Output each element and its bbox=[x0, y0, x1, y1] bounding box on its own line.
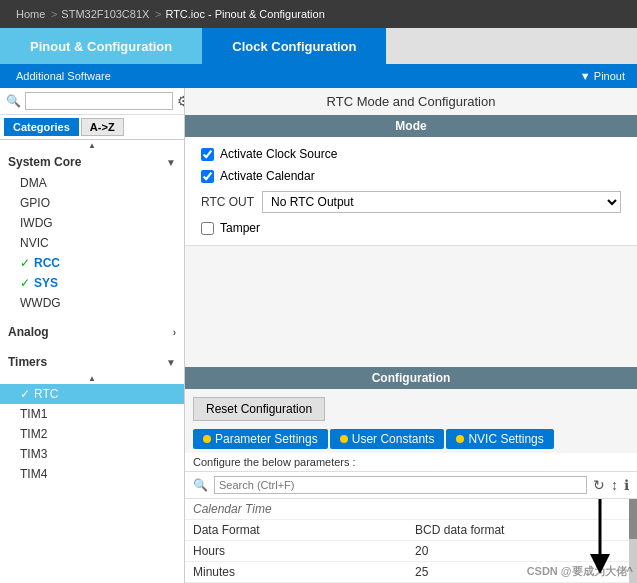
sidebar-item-tim2[interactable]: TIM2 bbox=[0, 424, 184, 444]
content-title: RTC Mode and Configuration bbox=[185, 88, 637, 115]
activate-calendar-label: Activate Calendar bbox=[220, 169, 315, 183]
breadcrumb-home[interactable]: Home bbox=[8, 8, 53, 20]
wwdg-label: WWDG bbox=[20, 296, 61, 310]
gpio-label: GPIO bbox=[20, 196, 50, 210]
sidebar-tab-az[interactable]: A->Z bbox=[81, 118, 124, 136]
activate-calendar-checkbox[interactable] bbox=[201, 170, 214, 183]
analog-label: Analog bbox=[8, 325, 49, 339]
sidebar-item-iwdg[interactable]: IWDG bbox=[0, 213, 184, 233]
config-tabs: Parameter Settings User Constants NVIC S… bbox=[185, 429, 637, 453]
nvic-label: NVIC bbox=[20, 236, 49, 250]
breadcrumb-file[interactable]: RTC.ioc - Pinout & Configuration bbox=[157, 8, 332, 20]
sidebar-item-tim3[interactable]: TIM3 bbox=[0, 444, 184, 464]
sidebar-search-row: 🔍 ⚙ bbox=[0, 88, 184, 115]
config-params-label: Configure the below parameters : bbox=[185, 453, 637, 472]
mode-section-header: Mode bbox=[185, 115, 637, 137]
chevron-down-icon: ▼ bbox=[166, 157, 176, 168]
breadcrumb-device[interactable]: STM32F103C81X bbox=[53, 8, 157, 20]
tab-user-constants[interactable]: User Constants bbox=[330, 429, 445, 449]
subtab-additional-software[interactable]: Additional Software bbox=[4, 64, 123, 88]
sidebar-item-sys[interactable]: ✓ SYS bbox=[0, 273, 184, 293]
config-search-input[interactable] bbox=[214, 476, 587, 494]
sidebar-item-rcc[interactable]: ✓ RCC bbox=[0, 253, 184, 273]
scroll-thumb[interactable] bbox=[629, 499, 637, 539]
tab-pinout[interactable]: Pinout & Configuration bbox=[0, 28, 202, 64]
tamper-label: Tamper bbox=[220, 221, 260, 235]
rtc-label: RTC bbox=[34, 387, 58, 401]
sub-tabs: Additional Software ▼ Pinout bbox=[0, 64, 637, 88]
mode-section: Activate Clock Source Activate Calendar … bbox=[185, 137, 637, 246]
sidebar-item-dma[interactable]: DMA bbox=[0, 173, 184, 193]
watermark: CSDN @要成为大佬^ bbox=[527, 564, 633, 579]
param-value-1: BCD data format bbox=[407, 520, 629, 541]
sidebar-category-analog[interactable]: Analog › bbox=[0, 321, 184, 343]
activate-clock-label: Activate Clock Source bbox=[220, 147, 337, 161]
activate-calendar-row: Activate Calendar bbox=[201, 169, 621, 183]
tab-parameter-settings[interactable]: Parameter Settings bbox=[193, 429, 328, 449]
rcc-label: RCC bbox=[34, 256, 60, 270]
top-tabs: Pinout & Configuration Clock Configurati… bbox=[0, 28, 637, 64]
sys-label: SYS bbox=[34, 276, 58, 290]
tamper-checkbox[interactable] bbox=[201, 222, 214, 235]
tamper-row: Tamper bbox=[201, 221, 621, 235]
gear-icon[interactable]: ⚙ bbox=[177, 93, 185, 109]
config-search-icon: 🔍 bbox=[193, 478, 208, 492]
sidebar-item-tim4[interactable]: TIM4 bbox=[0, 464, 184, 484]
rtc-check-icon: ✓ bbox=[20, 387, 30, 401]
param-name-0: Calendar Time bbox=[185, 499, 407, 520]
scroll-up-icon[interactable]: ▲ bbox=[0, 140, 184, 151]
rcc-check-icon: ✓ bbox=[20, 256, 30, 270]
activate-clock-checkbox[interactable] bbox=[201, 148, 214, 161]
dma-label: DMA bbox=[20, 176, 47, 190]
param-name-3: Minutes bbox=[185, 562, 407, 583]
param-value-0 bbox=[407, 499, 629, 520]
config-section-header: Configuration bbox=[185, 367, 637, 389]
sidebar-content: ▲ System Core ▼ DMA GPIO IWDG NVIC ✓ RCC bbox=[0, 140, 184, 583]
system-core-label: System Core bbox=[8, 155, 81, 169]
tim2-label: TIM2 bbox=[20, 427, 47, 441]
sidebar-category-system-core[interactable]: System Core ▼ bbox=[0, 151, 184, 173]
config-refresh-icon[interactable]: ↻ bbox=[593, 477, 605, 493]
timers-chevron-icon: ▼ bbox=[166, 357, 176, 368]
timers-label: Timers bbox=[8, 355, 47, 369]
nvic-tab-label: NVIC Settings bbox=[468, 432, 543, 446]
tim4-label: TIM4 bbox=[20, 467, 47, 481]
search-icon: 🔍 bbox=[6, 94, 21, 108]
config-section: Configuration Reset Configuration Parame… bbox=[185, 367, 637, 583]
analog-chevron-icon: › bbox=[173, 327, 176, 338]
content-area: RTC Mode and Configuration Mode Activate… bbox=[185, 88, 637, 583]
sidebar: 🔍 ⚙ Categories A->Z ▲ System Core ▼ DMA … bbox=[0, 88, 185, 583]
config-expand-icon[interactable]: ↕ bbox=[611, 477, 618, 493]
tab-clock[interactable]: Clock Configuration bbox=[202, 28, 386, 64]
rtc-out-label: RTC OUT bbox=[201, 195, 254, 209]
user-tab-dot bbox=[340, 435, 348, 443]
main-layout: 🔍 ⚙ Categories A->Z ▲ System Core ▼ DMA … bbox=[0, 88, 637, 583]
sys-check-icon: ✓ bbox=[20, 276, 30, 290]
iwdg-label: IWDG bbox=[20, 216, 53, 230]
reset-config-button[interactable]: Reset Configuration bbox=[193, 397, 325, 421]
sidebar-item-rtc[interactable]: ✓ RTC bbox=[0, 384, 184, 404]
tim3-label: TIM3 bbox=[20, 447, 47, 461]
table-row: Calendar Time bbox=[185, 499, 629, 520]
rtc-out-select[interactable]: No RTC Output bbox=[262, 191, 621, 213]
table-row: Data Format BCD data format bbox=[185, 520, 629, 541]
sidebar-search-input[interactable] bbox=[25, 92, 173, 110]
scroll-up-2-icon[interactable]: ▲ bbox=[0, 373, 184, 384]
sidebar-item-nvic[interactable]: NVIC bbox=[0, 233, 184, 253]
subtab-pinout-dropdown[interactable]: ▼ Pinout bbox=[572, 70, 633, 82]
tim1-label: TIM1 bbox=[20, 407, 47, 421]
activate-clock-row: Activate Clock Source bbox=[201, 147, 621, 161]
param-name-1: Data Format bbox=[185, 520, 407, 541]
sidebar-item-wwdg[interactable]: WWDG bbox=[0, 293, 184, 313]
tab-nvic-settings[interactable]: NVIC Settings bbox=[446, 429, 553, 449]
sidebar-category-timers[interactable]: Timers ▼ bbox=[0, 351, 184, 373]
param-tab-dot bbox=[203, 435, 211, 443]
sidebar-item-gpio[interactable]: GPIO bbox=[0, 193, 184, 213]
breadcrumb: Home STM32F103C81X RTC.ioc - Pinout & Co… bbox=[0, 0, 637, 28]
param-name-2: Hours bbox=[185, 541, 407, 562]
param-tab-label: Parameter Settings bbox=[215, 432, 318, 446]
sidebar-item-tim1[interactable]: TIM1 bbox=[0, 404, 184, 424]
param-value-2: 20 bbox=[407, 541, 629, 562]
user-tab-label: User Constants bbox=[352, 432, 435, 446]
sidebar-tab-categories[interactable]: Categories bbox=[4, 118, 79, 136]
